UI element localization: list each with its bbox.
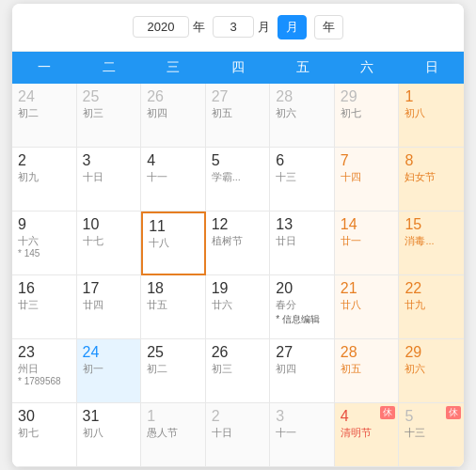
day-cell[interactable]: 10十七: [77, 212, 142, 275]
day-cell[interactable]: 12植树节: [206, 212, 271, 275]
day-cell[interactable]: 8妇女节: [399, 148, 464, 212]
year-input[interactable]: [133, 16, 189, 38]
day-cell[interactable]: 3十一: [270, 403, 335, 467]
day-cell[interactable]: 4清明节休: [335, 403, 400, 467]
lunar-text: 十日: [212, 426, 264, 440]
day-number: 30: [18, 407, 71, 425]
day-cell[interactable]: 21廿八: [335, 275, 400, 339]
weekday-cell: 五: [270, 52, 335, 84]
day-cell[interactable]: 28初五: [335, 339, 400, 403]
day-cell[interactable]: 26初三: [206, 339, 271, 403]
lunar-text: 十三: [276, 170, 328, 184]
weekday-cell: 二: [77, 52, 142, 84]
day-number: 3: [276, 407, 328, 425]
day-cell[interactable]: 23州日* 1789568: [12, 339, 77, 403]
day-number: 29: [341, 87, 393, 105]
day-cell[interactable]: 5十三休: [399, 403, 464, 467]
year-label: 年: [193, 19, 205, 36]
day-cell[interactable]: 9十六* 145: [12, 212, 77, 275]
weekday-header: 一二三四五六日: [12, 52, 464, 84]
day-cell[interactable]: 25初三: [77, 84, 142, 148]
day-cell[interactable]: 20春分* 信息编辑: [270, 275, 335, 339]
day-cell[interactable]: 31初八: [77, 403, 142, 467]
lunar-text: 初四: [147, 106, 199, 120]
day-cell[interactable]: 2初九: [12, 148, 77, 212]
day-number: 5: [212, 151, 264, 169]
month-view-button[interactable]: 月: [278, 15, 307, 39]
day-cell[interactable]: 30初七: [12, 403, 77, 467]
lunar-text: 初六: [276, 106, 328, 120]
lunar-text: 十四: [341, 170, 393, 184]
day-number: 24: [18, 87, 71, 105]
lunar-text: 十日: [83, 170, 135, 184]
day-cell[interactable]: 16廿三: [12, 275, 77, 339]
lunar-text: 廿三: [18, 298, 71, 312]
day-number: 10: [83, 215, 135, 233]
day-cell[interactable]: 27初五: [206, 84, 271, 148]
day-cell[interactable]: 7十四: [335, 148, 400, 212]
day-number: 1: [405, 87, 458, 105]
day-cell[interactable]: 6十三: [270, 148, 335, 212]
badge-text: * 1789568: [18, 376, 71, 386]
rest-badge: 休: [380, 406, 395, 419]
lunar-text: 州日: [18, 362, 71, 376]
day-number: 26: [147, 87, 199, 105]
day-number: 27: [276, 343, 328, 361]
month-label: 月: [258, 19, 270, 36]
lunar-text: 消毒...: [405, 234, 458, 248]
calendar-header: 年 月 月 年: [12, 4, 464, 52]
lunar-text: 廿五: [147, 298, 199, 312]
day-number: 23: [18, 343, 71, 361]
lunar-text: 十六: [18, 234, 71, 248]
day-cell[interactable]: 18廿五: [141, 275, 206, 339]
lunar-text: 廿一: [341, 234, 393, 248]
lunar-text: 廿日: [276, 234, 328, 248]
day-cell[interactable]: 22廿九: [399, 275, 464, 339]
lunar-text: 廿八: [341, 298, 393, 312]
day-cell[interactable]: 1愚人节: [141, 403, 206, 467]
lunar-text: 初七: [341, 106, 393, 120]
day-cell[interactable]: 25初二: [141, 339, 206, 403]
day-cell[interactable]: 4十一: [141, 148, 206, 212]
day-cell[interactable]: 29初七: [335, 84, 400, 148]
lunar-text: 初五: [341, 362, 393, 376]
day-cell[interactable]: 2十日: [206, 403, 271, 467]
month-input[interactable]: [213, 16, 254, 38]
lunar-text: 初四: [276, 362, 328, 376]
day-number: 28: [276, 87, 328, 105]
day-cell[interactable]: 5学霸...: [206, 148, 271, 212]
day-cell[interactable]: 14廿一: [335, 212, 400, 275]
day-cell[interactable]: 28初六: [270, 84, 335, 148]
day-cell[interactable]: 1初八: [399, 84, 464, 148]
day-cell[interactable]: 26初四: [141, 84, 206, 148]
day-cell[interactable]: 29初六: [399, 339, 464, 403]
day-cell[interactable]: 19廿六: [206, 275, 271, 339]
day-number: 17: [83, 279, 135, 297]
day-cell[interactable]: 13廿日: [270, 212, 335, 275]
day-cell[interactable]: 15消毒...: [399, 212, 464, 275]
day-number: 3: [83, 151, 135, 169]
lunar-text: 植树节: [212, 234, 264, 248]
day-cell[interactable]: 17廿四: [77, 275, 142, 339]
weekday-cell: 一: [12, 52, 77, 84]
event-text: * 信息编辑: [276, 313, 328, 326]
year-view-button[interactable]: 年: [314, 15, 343, 39]
day-cell[interactable]: 3十日: [77, 148, 142, 212]
lunar-text: 愚人节: [147, 426, 199, 440]
day-cell[interactable]: 27初四: [270, 339, 335, 403]
lunar-text: 十三: [405, 426, 458, 440]
day-number: 6: [276, 151, 328, 169]
lunar-text: 学霸...: [212, 170, 264, 184]
lunar-text: 初一: [83, 362, 135, 376]
day-number: 11: [149, 217, 198, 235]
lunar-text: 初八: [405, 106, 458, 120]
day-cell[interactable]: 11十八: [141, 212, 206, 275]
lunar-text: 初二: [18, 106, 71, 120]
day-number: 15: [405, 215, 458, 233]
day-number: 8: [405, 151, 458, 169]
day-cell[interactable]: 24初二: [12, 84, 77, 148]
day-number: 21: [341, 279, 393, 297]
day-number: 2: [18, 151, 71, 169]
day-cell[interactable]: 24初一: [77, 339, 142, 403]
lunar-text: 十一: [276, 426, 328, 440]
